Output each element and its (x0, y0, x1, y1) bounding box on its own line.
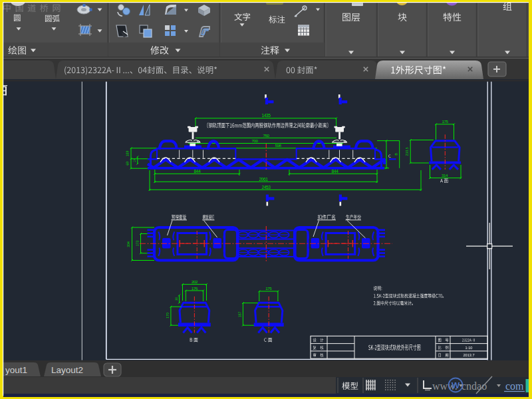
svg-text:760: 760 (263, 133, 269, 138)
svg-text:2013.7: 2013.7 (463, 353, 474, 357)
svg-text:W: W (452, 380, 460, 390)
svg-text:598: 598 (275, 143, 281, 148)
svg-text:2453: 2453 (261, 185, 271, 190)
svg-text:175: 175 (442, 119, 448, 124)
svg-text:314: 314 (442, 173, 448, 178)
svg-text:yout1: yout1 (5, 365, 27, 375)
svg-text:202: 202 (192, 279, 198, 284)
svg-text:1:10: 1:10 (466, 346, 473, 350)
svg-text:com: com (505, 380, 524, 392)
svg-text:175: 175 (265, 286, 272, 291)
svg-text:700: 700 (251, 138, 258, 143)
svg-text:844: 844 (194, 169, 201, 174)
svg-text:176: 176 (192, 286, 198, 291)
svg-text:2061: 2061 (259, 177, 268, 182)
svg-text:844: 844 (332, 169, 339, 174)
svg-text:1435: 1435 (261, 113, 271, 118)
svg-text:Layout2: Layout2 (51, 365, 83, 375)
